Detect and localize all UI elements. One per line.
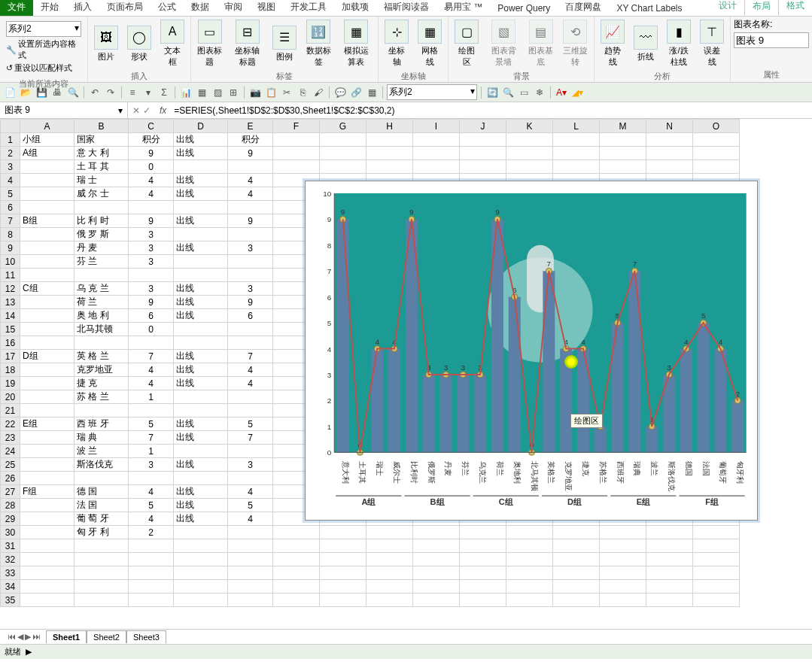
cell-E33[interactable]: [228, 566, 273, 580]
cell-A28[interactable]: [20, 499, 75, 512]
cell-B25[interactable]: 斯洛伐克: [75, 458, 129, 472]
row-header-25[interactable]: 25: [1, 458, 20, 472]
cell-D32[interactable]: [174, 553, 228, 566]
tab-加载项[interactable]: 加载项: [334, 0, 376, 16]
cell-B4[interactable]: 瑞 士: [75, 174, 129, 187]
col-header-H[interactable]: H: [366, 120, 413, 133]
cell-A22[interactable]: E组: [20, 417, 75, 431]
cell-N2[interactable]: [646, 147, 693, 160]
cell-C26[interactable]: [129, 472, 174, 485]
col-header-M[interactable]: M: [600, 120, 646, 133]
sheet-tab-Sheet2[interactable]: Sheet2: [87, 630, 126, 643]
tab-公式[interactable]: 公式: [151, 0, 184, 16]
row-header-12[interactable]: 12: [1, 282, 20, 296]
cell-B20[interactable]: 苏 格 兰: [75, 390, 129, 404]
cell-D30[interactable]: [174, 526, 228, 539]
cell-C10[interactable]: 3: [129, 255, 174, 269]
cell-F33[interactable]: [273, 566, 320, 580]
cell-E18[interactable]: 4: [228, 363, 273, 377]
cell-G33[interactable]: [320, 566, 366, 580]
cell-L1[interactable]: [553, 133, 600, 147]
cell-F34[interactable]: [273, 580, 320, 594]
col-header-O[interactable]: O: [693, 120, 740, 133]
cell-D6[interactable]: [174, 201, 228, 214]
cell-C20[interactable]: 1: [129, 390, 174, 404]
cell-J35[interactable]: [460, 594, 506, 607]
cell-E10[interactable]: [228, 255, 273, 269]
row-header-21[interactable]: 21: [1, 404, 20, 417]
cell-B13[interactable]: 荷 兰: [75, 296, 129, 309]
cell-F30[interactable]: [273, 526, 320, 539]
prev-sheet-icon[interactable]: ◀: [17, 632, 23, 642]
cell-C24[interactable]: 1: [129, 445, 174, 458]
cell-D4[interactable]: 出线: [174, 174, 228, 187]
cell-D33[interactable]: [174, 566, 228, 580]
cell-E29[interactable]: 4: [228, 512, 273, 526]
cell-D2[interactable]: 出线: [174, 147, 228, 160]
cell-H31[interactable]: [366, 539, 413, 553]
cell-I33[interactable]: [413, 566, 460, 580]
row-header-7[interactable]: 7: [1, 214, 20, 228]
cell-G3[interactable]: [320, 160, 366, 174]
cell-D7[interactable]: 出线: [174, 214, 228, 228]
cell-E1[interactable]: 积分: [228, 133, 273, 147]
cell-B7[interactable]: 比 利 时: [75, 214, 129, 228]
row-header-35[interactable]: 35: [1, 594, 20, 607]
cell-D11[interactable]: [174, 269, 228, 282]
chart-name-input[interactable]: [734, 32, 809, 48]
row-header-5[interactable]: 5: [1, 187, 20, 201]
row-header-24[interactable]: 24: [1, 445, 20, 458]
cell-G34[interactable]: [320, 580, 366, 594]
cell-M35[interactable]: [600, 594, 646, 607]
data-table-btn[interactable]: ▦模拟运算表: [337, 18, 375, 69]
comment-icon[interactable]: 💬: [333, 86, 347, 99]
cell-A10[interactable]: [20, 255, 75, 269]
cell-A25[interactable]: [20, 458, 75, 472]
cell-A4[interactable]: [20, 174, 75, 187]
chart-title-btn[interactable]: ▭图表标题: [194, 18, 226, 69]
row-header-1[interactable]: 1: [1, 133, 20, 147]
cell-A27[interactable]: F组: [20, 485, 75, 499]
fx-icon[interactable]: fx: [155, 105, 171, 116]
cell-I2[interactable]: [413, 147, 460, 160]
cell-K3[interactable]: [506, 160, 553, 174]
row-header-9[interactable]: 9: [1, 241, 20, 255]
cell-D22[interactable]: 出线: [174, 417, 228, 431]
cell-E26[interactable]: [228, 472, 273, 485]
cell-D17[interactable]: 出线: [174, 350, 228, 363]
cell-B34[interactable]: [75, 580, 129, 594]
cell-B5[interactable]: 威 尔 士: [75, 187, 129, 201]
cell-K32[interactable]: [506, 553, 553, 566]
cell-O3[interactable]: [693, 160, 740, 174]
reset-style-btn[interactable]: ↺重设以匹配样式: [6, 62, 81, 74]
cell-H33[interactable]: [366, 566, 413, 580]
first-sheet-icon[interactable]: ⏮: [8, 632, 16, 642]
cell-A33[interactable]: [20, 566, 75, 580]
cell-D13[interactable]: 出线: [174, 296, 228, 309]
cell-D25[interactable]: 出线: [174, 458, 228, 472]
tab-开发工具[interactable]: 开发工具: [283, 0, 334, 16]
cell-D8[interactable]: [174, 228, 228, 241]
cell-C31[interactable]: [129, 539, 174, 553]
cell-H34[interactable]: [366, 580, 413, 594]
cell-B22[interactable]: 西 班 牙: [75, 417, 129, 431]
cell-A29[interactable]: [20, 512, 75, 526]
col-header-C[interactable]: C: [129, 120, 174, 133]
cell-A19[interactable]: [20, 377, 75, 390]
cell-K2[interactable]: [506, 147, 553, 160]
macro-record-icon[interactable]: ▶: [26, 647, 32, 657]
cell-A5[interactable]: [20, 187, 75, 201]
cell-D21[interactable]: [174, 404, 228, 417]
axes-btn[interactable]: ⊹坐标轴: [382, 18, 412, 69]
cell-I30[interactable]: [413, 526, 460, 539]
cell-J2[interactable]: [460, 147, 506, 160]
cell-D14[interactable]: 出线: [174, 309, 228, 323]
cell-J34[interactable]: [460, 580, 506, 594]
merge-icon[interactable]: ⊞: [227, 86, 240, 99]
cell-B8[interactable]: 俄 罗 斯: [75, 228, 129, 241]
tab-视图[interactable]: 视图: [250, 0, 283, 16]
trendline-btn[interactable]: 📈趋势线: [598, 18, 628, 69]
redo-icon[interactable]: ↷: [104, 86, 117, 99]
row-header-14[interactable]: 14: [1, 309, 20, 323]
cell-M32[interactable]: [600, 553, 646, 566]
